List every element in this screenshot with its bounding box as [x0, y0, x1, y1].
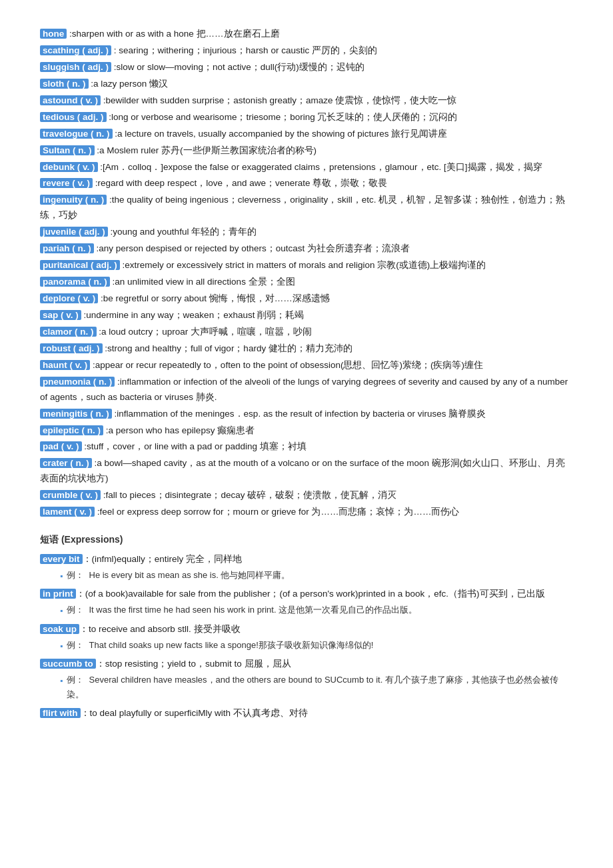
word-label-travelogue: travelogue ( n. )	[40, 129, 113, 139]
entry-astound: astound ( v. ) :bewilder with sudden sur…	[40, 93, 573, 109]
definition-tedious: :long or verbose and wearisome；triesome；…	[109, 112, 457, 122]
word-label-sluggish: sluggish ( adj. )	[40, 62, 111, 72]
word-label-astound: astound ( v. )	[40, 95, 101, 105]
definition-epileptic: :a person who has epilepsy 癫痫患者	[106, 425, 255, 435]
entry-hone: hone :sharpen with or as with a hone 把………	[40, 27, 573, 42]
definition-hone: :sharpen with or as with a hone 把……放在磨石上…	[69, 29, 280, 39]
example-icon-succumb-to: ▪	[60, 674, 63, 687]
word-label-hone: hone	[40, 29, 67, 39]
definition-lament: :feel or express deep sorrow for；mourn o…	[97, 507, 460, 517]
word-label-meningitis: meningitis ( n. )	[40, 409, 112, 419]
phrase-in-print: in print：(of a book)available for sale f…	[40, 587, 573, 617]
section-title-expressions: 短语 (Expressions)	[40, 532, 573, 548]
entry-panorama: panorama ( n. ) :an unlimited view in al…	[40, 275, 573, 290]
entry-crumble: crumble ( v. ) :fall to pieces；disintegr…	[40, 488, 573, 503]
definition-scathing: : searing；withering；injurious；harsh or c…	[114, 45, 377, 55]
definition-juvenile: :young and youthful 年轻的；青年的	[111, 227, 257, 237]
word-label-pad: pad ( v. )	[40, 441, 82, 451]
definition-ingenuity: :the quality of being ingenious；cleverne…	[40, 195, 565, 220]
phrase-flirt-with: flirt with：to deal playfully or superfic…	[40, 706, 573, 721]
word-label-clamor: clamor ( n. )	[40, 327, 97, 337]
definition-astound: :bewilder with sudden surprise；astonish …	[103, 95, 456, 105]
definition-puritanical: :extremely or excessively strict in matt…	[123, 260, 486, 270]
definition-crater: :a bowl—shaped cavity，as at the mouth of…	[40, 458, 565, 483]
example-text-in-print: 例： It was the first time he had seen his…	[67, 603, 417, 617]
example-in-print: ▪ 例： It was the first time he had seen h…	[60, 603, 573, 617]
definition-sultan: :a Moslem ruler 苏丹(一些伊斯兰教国家统治者的称号)	[97, 145, 316, 155]
entry-revere: revere ( v. ) :regard with deep respect，…	[40, 176, 573, 191]
word-label-haunt: haunt ( v. )	[40, 360, 90, 370]
entry-sap: sap ( v. ) :undermine in any way；weaken；…	[40, 308, 573, 323]
word-label-lament: lament ( v. )	[40, 507, 95, 517]
word-label-crater: crater ( n. )	[40, 458, 92, 468]
entry-meningitis: meningitis ( n. ) :inflammation of the m…	[40, 407, 573, 422]
definition-sluggish: :slow or slow—moving；not active；dull(行动)…	[114, 62, 364, 72]
definition-robust: :strong and healthy；full of vigor；hardy …	[105, 343, 352, 353]
phrase-label-succumb-to: succumb to	[40, 659, 96, 669]
phrase-label-flirt-with: flirt with	[40, 708, 81, 718]
phrase-def-flirt-with: ：to deal playfully or superficiMly with …	[81, 708, 308, 718]
word-label-panorama: panorama ( n. )	[40, 277, 110, 287]
definition-sap: :undermine in any way；weaken；exhaust 削弱；…	[84, 310, 305, 320]
entry-puritanical: puritanical ( adj. ) :extremely or exces…	[40, 258, 573, 273]
example-every-bit: ▪ 例： He is every bit as mean as she is. …	[60, 568, 573, 583]
entry-tedious: tedious ( adj. ) :long or verbose and we…	[40, 110, 573, 125]
definition-clamor: :a loud outcry；uproar 大声呼喊，喧嚷，喧嚣，吵闹	[99, 327, 312, 337]
entry-lament: lament ( v. ) :feel or express deep sorr…	[40, 505, 573, 520]
phrase-label-every-bit: every bit	[40, 554, 83, 564]
definition-crumble: :fall to pieces；disintegrate；decay 破碎，破裂…	[103, 490, 396, 500]
entry-debunk: debunk ( v. ) :[Am．colloq．]expose the fa…	[40, 160, 573, 175]
definition-revere: :regard with deep respect，love，and awe；v…	[95, 178, 387, 188]
entry-haunt: haunt ( v. ) :appear or recur repeatedly…	[40, 358, 573, 373]
entry-crater: crater ( n. ) :a bowl—shaped cavity，as a…	[40, 456, 573, 487]
word-label-sap: sap ( v. )	[40, 310, 81, 320]
word-label-pneumonia: pneumonia ( n. )	[40, 377, 115, 387]
entry-juvenile: juvenile ( adj. ) :young and youthful 年轻…	[40, 225, 573, 240]
definition-deplore: :be regretful or sorry about 惋悔，悔恨，对……深感…	[101, 293, 330, 303]
word-label-robust: robust ( adj. )	[40, 343, 103, 353]
entry-clamor: clamor ( n. ) :a loud outcry；uproar 大声呼喊…	[40, 325, 573, 340]
entry-pad: pad ( v. ) :stuff，cover，or line with a p…	[40, 439, 573, 455]
entry-robust: robust ( adj. ) :strong and healthy；full…	[40, 341, 573, 357]
example-icon-soak-up: ▪	[60, 639, 63, 653]
word-label-pariah: pariah ( n. )	[40, 243, 94, 253]
phrase-def-in-print: ：(of a book)available for sale from the …	[76, 589, 545, 599]
definition-meningitis: :inflammation of the meninges．esp. as th…	[115, 409, 486, 419]
definition-travelogue: :a lecture on travels, usually accompani…	[115, 129, 447, 139]
word-label-ingenuity: ingenuity ( n. )	[40, 195, 107, 205]
word-label-tedious: tedious ( adj. )	[40, 112, 107, 122]
entry-sloth: sloth ( n. ) :a lazy person 懒汉	[40, 77, 573, 92]
phrase-def-succumb-to: ：stop resisting；yield to，submit to 屈服，屈从	[96, 659, 291, 669]
definition-haunt: :appear or recur repeatedly to，often to …	[93, 360, 483, 370]
phrase-label-soak-up: soak up	[40, 624, 79, 634]
phrase-soak-up: soak up：to receive and absorb stll. 接受并吸…	[40, 622, 573, 653]
word-entries-container: hone :sharpen with or as with a hone 把………	[40, 27, 573, 520]
entry-pariah: pariah ( n. ) :any person despised or re…	[40, 241, 573, 257]
definition-debunk: :[Am．colloq．]expose the false or exagger…	[100, 162, 542, 172]
entry-deplore: deplore ( v. ) :be regretful or sorry ab…	[40, 291, 573, 307]
definition-pneumonia: :inflammation or infection of the alveol…	[40, 377, 568, 402]
word-label-revere: revere ( v. )	[40, 178, 93, 188]
example-icon-every-bit: ▪	[60, 569, 63, 583]
definition-pariah: :any person despised or rejected by othe…	[97, 243, 410, 253]
example-text-every-bit: 例： He is every bit as mean as she is. 他与…	[67, 568, 290, 583]
entry-ingenuity: ingenuity ( n. ) :the quality of being i…	[40, 193, 573, 223]
word-label-deplore: deplore ( v. )	[40, 293, 98, 303]
definition-panorama: :an unlimited view in all directions 全景；…	[113, 277, 295, 287]
entry-sultan: Sultan ( n. ) :a Moslem ruler 苏丹(一些伊斯兰教国…	[40, 143, 573, 159]
phrase-def-soak-up: ：to receive and absorb stll. 接受并吸收	[79, 624, 241, 634]
entry-sluggish: sluggish ( adj. ) :slow or slow—moving；n…	[40, 60, 573, 75]
example-succumb-to: ▪ 例： Several children have measles，and t…	[60, 673, 573, 702]
definition-sloth: :a lazy person 懒汉	[91, 79, 168, 89]
word-label-puritanical: puritanical ( adj. )	[40, 260, 120, 270]
entry-scathing: scathing ( adj. ) : searing；withering；in…	[40, 43, 573, 59]
entry-epileptic: epileptic ( n. ) :a person who has epile…	[40, 423, 573, 439]
example-text-succumb-to: 例： Several children have measles，and the…	[67, 673, 573, 702]
phrase-def-every-bit: ：(infml)equally；entirely 完全，同样地	[83, 554, 243, 564]
entry-pneumonia: pneumonia ( n. ) :inflammation or infect…	[40, 375, 573, 405]
entry-travelogue: travelogue ( n. ) :a lecture on travels,…	[40, 127, 573, 142]
phrases-container: every bit：(infml)equally；entirely 完全，同样地…	[40, 552, 573, 721]
example-soak-up: ▪ 例： That child soaks up new facts like …	[60, 638, 573, 653]
word-label-crumble: crumble ( v. )	[40, 490, 101, 500]
phrase-succumb-to: succumb to：stop resisting；yield to，submi…	[40, 657, 573, 702]
